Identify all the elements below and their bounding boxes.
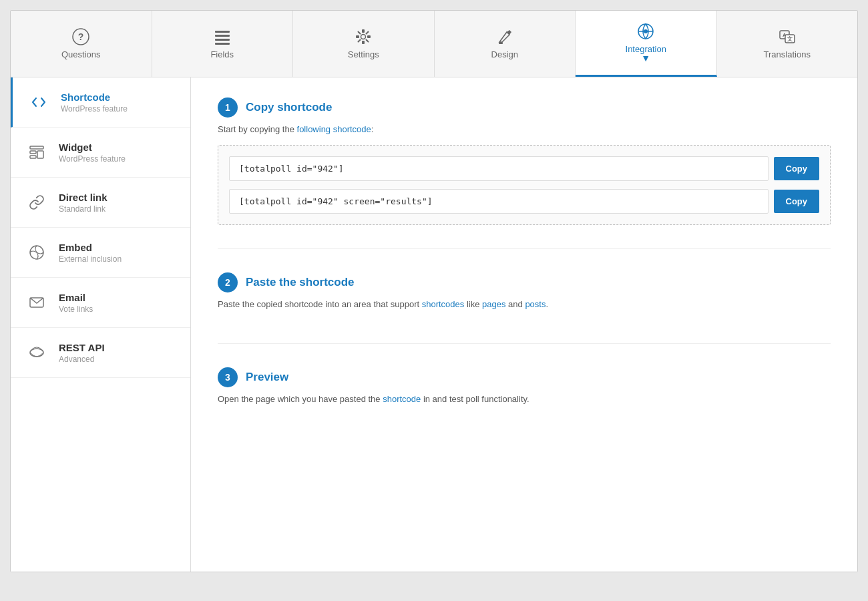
shortcode-container: Copy Copy (218, 145, 831, 225)
svg-rect-2 (215, 31, 230, 33)
tab-questions[interactable]: ? Questions (11, 11, 152, 77)
widget-title: Widget (59, 142, 126, 153)
design-icon (496, 28, 513, 45)
tab-settings[interactable]: Settings (293, 11, 435, 77)
shortcode-row-2: Copy (229, 189, 819, 214)
settings-icon (355, 28, 372, 45)
tab-integration[interactable]: Integration ▼ (576, 11, 717, 77)
svg-line-13 (359, 40, 361, 42)
svg-rect-15 (499, 42, 503, 44)
shortcode-title: Shortcode (61, 91, 128, 103)
tab-questions-label: Questions (61, 49, 101, 59)
email-title: Email (59, 292, 93, 303)
sidebar-item-direct-link[interactable]: Direct link Standard link (11, 178, 190, 228)
embed-subtitle: External inclusion (59, 254, 122, 264)
step-1-badge: 1 (218, 97, 238, 118)
direct-link-subtitle: Standard link (59, 204, 107, 214)
step-2-header: 2 Paste the shortcode (218, 272, 831, 292)
sidebar-item-embed[interactable]: Embed External inclusion (11, 228, 190, 278)
rest-api-subtitle: Advanced (59, 355, 105, 364)
svg-rect-25 (30, 156, 36, 158)
embed-icon (24, 240, 49, 265)
svg-point-14 (361, 35, 366, 39)
email-icon (24, 290, 49, 315)
widget-subtitle: WordPress feature (59, 154, 126, 164)
svg-text:?: ? (78, 31, 84, 42)
translations-icon: A 文 (779, 28, 796, 45)
fields-icon (214, 28, 231, 45)
tab-fields-label: Fields (210, 49, 234, 59)
sidebar: Shortcode WordPress feature Widget Word (11, 77, 191, 572)
step-3-title: Preview (246, 371, 288, 384)
sidebar-item-rest-api[interactable]: REST API Advanced (11, 328, 190, 378)
step-3-header: 3 Preview (218, 367, 831, 387)
tab-design-label: Design (491, 49, 518, 59)
step-3-badge: 3 (218, 367, 238, 387)
direct-link-icon (24, 190, 49, 215)
svg-line-11 (367, 40, 369, 42)
step-3-block: 3 Preview Open the page which you have p… (218, 367, 831, 438)
sidebar-item-shortcode[interactable]: Shortcode WordPress feature (11, 77, 190, 128)
svg-rect-23 (30, 146, 43, 149)
svg-rect-5 (215, 43, 230, 45)
tab-design[interactable]: Design (435, 11, 576, 77)
sidebar-item-widget[interactable]: Widget WordPress feature (11, 128, 190, 178)
tab-settings-label: Settings (348, 49, 379, 59)
step-2-desc: Paste the copied shortcode into an area … (218, 299, 831, 309)
question-icon: ? (72, 28, 89, 45)
svg-rect-6 (362, 29, 365, 33)
tab-translations[interactable]: A 文 Translations (717, 11, 858, 77)
widget-icon (24, 140, 49, 165)
step-2-block: 2 Paste the shortcode Paste the copied s… (218, 272, 831, 344)
svg-rect-4 (215, 39, 230, 41)
svg-text:文: 文 (787, 35, 793, 42)
svg-rect-7 (362, 41, 365, 44)
top-nav: ? Questions Fields (11, 11, 857, 77)
svg-rect-26 (37, 151, 43, 158)
embed-title: Embed (59, 242, 122, 253)
step-1-title: Copy shortcode (246, 101, 332, 114)
shortcode-icon (26, 89, 51, 115)
rest-api-title: REST API (59, 342, 105, 353)
step-1-desc: Start by copying the following shortcode… (218, 124, 831, 134)
step-1-block: 1 Copy shortcode Start by copying the fo… (218, 97, 831, 249)
copy-button-2[interactable]: Copy (774, 190, 820, 213)
svg-point-29 (30, 349, 43, 357)
sidebar-item-email[interactable]: Email Vote links (11, 278, 190, 328)
rest-api-icon (24, 340, 49, 365)
active-tab-indicator: ▼ (641, 53, 650, 63)
content-panel: 1 Copy shortcode Start by copying the fo… (191, 77, 857, 572)
direct-link-title: Direct link (59, 192, 107, 203)
copy-button-1[interactable]: Copy (774, 157, 820, 180)
step-3-desc: Open the page which you have pasted the … (218, 394, 831, 404)
tab-translations-label: Translations (764, 49, 811, 59)
step-2-title: Paste the shortcode (246, 276, 355, 289)
step-1-header: 1 Copy shortcode (218, 97, 831, 118)
shortcode-row-1: Copy (229, 156, 819, 181)
main-area: Shortcode WordPress feature Widget Word (11, 77, 857, 572)
svg-line-10 (359, 32, 361, 34)
svg-point-18 (644, 29, 648, 33)
tab-fields[interactable]: Fields (152, 11, 294, 77)
integration-icon (637, 23, 654, 40)
svg-rect-24 (30, 151, 36, 154)
svg-rect-8 (356, 35, 359, 38)
step-2-badge: 2 (218, 272, 238, 292)
shortcode-input-2[interactable] (229, 189, 769, 214)
svg-line-12 (367, 32, 369, 34)
email-subtitle: Vote links (59, 305, 93, 314)
shortcode-input-1[interactable] (229, 156, 769, 181)
svg-rect-9 (367, 35, 371, 38)
svg-rect-3 (215, 35, 230, 37)
shortcode-subtitle: WordPress feature (61, 104, 128, 114)
